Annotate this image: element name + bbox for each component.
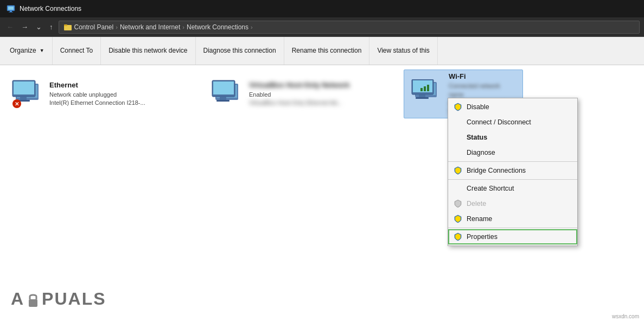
rename-button[interactable]: Rename this connection bbox=[284, 37, 370, 65]
path-network-internet[interactable]: Network and Internet bbox=[120, 23, 180, 31]
organize-arrow: ▼ bbox=[40, 48, 44, 54]
disable-device-label: Disable this network device bbox=[109, 47, 187, 55]
ctx-divider-2 bbox=[448, 179, 577, 180]
ctx-diagnose-label: Diagnose bbox=[467, 149, 495, 156]
ctx-bridge[interactable]: Bridge Connections bbox=[448, 163, 577, 178]
virtualbox-icon-wrap bbox=[211, 79, 244, 109]
ethernet-icon: ✕ bbox=[11, 79, 44, 109]
up-button[interactable]: ↑ bbox=[47, 22, 55, 32]
wifi-name: Wi-Fi bbox=[449, 72, 516, 80]
watermark-text: A bbox=[11, 289, 24, 309]
svg-rect-26 bbox=[420, 88, 423, 91]
forward-button[interactable]: → bbox=[19, 22, 30, 32]
context-menu: Disable Connect / Disconnect Status Diag… bbox=[448, 98, 578, 246]
ethernet-card[interactable]: ✕ Ethernet Network cable unplugged Intel… bbox=[4, 70, 200, 118]
ctx-shortcut-no-shield bbox=[454, 184, 462, 193]
diagnose-button[interactable]: Diagnose this connection bbox=[196, 37, 284, 65]
virtualbox-status-line2: VirtualBox Host-Only Ethernet Ad... bbox=[249, 99, 392, 107]
back-button[interactable]: ← bbox=[4, 22, 16, 32]
ctx-diagnose-no-shield bbox=[454, 148, 462, 157]
rename-label: Rename this connection bbox=[292, 47, 362, 55]
virtualbox-info: VirtualBox Host-Only Network Enabled Vir… bbox=[249, 81, 392, 108]
svg-rect-10 bbox=[20, 97, 27, 100]
svg-rect-1 bbox=[8, 7, 14, 10]
ctx-bridge-label: Bridge Connections bbox=[467, 167, 526, 174]
wsxdn-watermark: wsxdn.com bbox=[610, 313, 641, 320]
wifi-status-line1: Connected network name bbox=[449, 82, 516, 99]
title-bar: Network Connections bbox=[0, 0, 644, 17]
appuals-watermark: APUALS bbox=[11, 289, 106, 310]
shield-icon-delete bbox=[454, 199, 462, 208]
toolbar: Organize ▼ Connect To Disable this netwo… bbox=[0, 37, 644, 65]
svg-rect-28 bbox=[427, 85, 429, 91]
connect-to-label: Connect To bbox=[60, 47, 93, 55]
lock-icon bbox=[24, 291, 42, 310]
ctx-properties[interactable]: Properties bbox=[448, 229, 577, 244]
ethernet-icon-wrap: ✕ bbox=[11, 79, 44, 109]
ctx-rename-label: Rename bbox=[467, 215, 492, 223]
svg-rect-27 bbox=[424, 86, 426, 91]
folder-icon bbox=[63, 23, 72, 32]
connect-to-button[interactable]: Connect To bbox=[53, 37, 101, 65]
ctx-disable-label: Disable bbox=[467, 103, 489, 111]
ctx-rename[interactable]: Rename bbox=[448, 211, 577, 226]
shield-icon-bridge bbox=[454, 166, 462, 175]
svg-rect-9 bbox=[14, 81, 34, 95]
ethernet-info: Ethernet Network cable unplugged Intel(R… bbox=[49, 81, 193, 108]
address-bar: ← → ⌄ ↑ Control Panel › Network and Inte… bbox=[0, 17, 644, 37]
ctx-status[interactable]: Status bbox=[448, 130, 577, 145]
ctx-properties-label: Properties bbox=[467, 233, 498, 241]
ctx-create-shortcut-label: Create Shortcut bbox=[467, 185, 514, 192]
path-control-panel[interactable]: Control Panel bbox=[74, 23, 114, 31]
shield-icon-rename bbox=[454, 215, 462, 223]
organize-button[interactable]: Organize ▼ bbox=[2, 37, 53, 65]
ethernet-status-line1: Network cable unplugged bbox=[49, 91, 193, 99]
ethernet-name: Ethernet bbox=[49, 81, 193, 89]
ctx-divider-3 bbox=[448, 228, 577, 228]
svg-rect-29 bbox=[29, 299, 37, 307]
ctx-diagnose[interactable]: Diagnose bbox=[448, 145, 577, 160]
watermark-text2: PUALS bbox=[42, 289, 106, 309]
svg-rect-19 bbox=[216, 100, 229, 102]
title-bar-title: Network Connections bbox=[20, 5, 81, 12]
virtualbox-name: VirtualBox Host-Only Network bbox=[249, 81, 392, 89]
virtualbox-card[interactable]: VirtualBox Host-Only Network Enabled Vir… bbox=[204, 70, 399, 118]
main-content: ✕ Ethernet Network cable unplugged Intel… bbox=[0, 65, 644, 321]
address-path: Control Panel › Network and Internet › N… bbox=[59, 21, 640, 34]
ctx-status-label: Status bbox=[467, 134, 487, 141]
svg-rect-24 bbox=[419, 95, 425, 97]
ctx-connect-disconnect-label: Connect / Disconnect bbox=[467, 118, 531, 126]
ethernet-status-line2: Intel(R) Ethernet Connection I218-... bbox=[49, 99, 193, 107]
svg-rect-3 bbox=[9, 12, 13, 12]
shield-icon-properties bbox=[454, 232, 462, 241]
shield-icon-disable bbox=[454, 103, 462, 111]
ctx-delete-label: Delete bbox=[467, 200, 486, 207]
ctx-connect-disconnect[interactable]: Connect / Disconnect bbox=[448, 115, 577, 130]
recent-button[interactable]: ⌄ bbox=[34, 22, 44, 32]
ctx-delete: Delete bbox=[448, 196, 577, 211]
ctx-status-no-shield bbox=[454, 133, 462, 142]
title-bar-icon bbox=[7, 4, 15, 13]
path-network-connections[interactable]: Network Connections bbox=[187, 23, 248, 31]
ctx-divider-1 bbox=[448, 161, 577, 162]
svg-rect-25 bbox=[416, 97, 429, 99]
svg-rect-2 bbox=[10, 11, 12, 12]
svg-text:✕: ✕ bbox=[15, 101, 19, 107]
view-status-label: View status of this bbox=[377, 47, 430, 55]
svg-rect-18 bbox=[220, 97, 226, 100]
view-status-button[interactable]: View status of this bbox=[369, 37, 438, 65]
wifi-icon bbox=[411, 79, 441, 106]
wifi-icon-wrap bbox=[411, 79, 443, 109]
ctx-connect-no-shield bbox=[454, 118, 462, 127]
diagnose-label: Diagnose this connection bbox=[203, 47, 276, 55]
disable-device-button[interactable]: Disable this network device bbox=[101, 37, 195, 65]
svg-rect-5 bbox=[64, 24, 67, 26]
ctx-disable[interactable]: Disable bbox=[448, 99, 577, 115]
svg-rect-17 bbox=[213, 81, 234, 95]
ctx-create-shortcut[interactable]: Create Shortcut bbox=[448, 181, 577, 196]
virtualbox-status-line1: Enabled bbox=[249, 91, 392, 99]
virtualbox-icon bbox=[211, 79, 244, 109]
